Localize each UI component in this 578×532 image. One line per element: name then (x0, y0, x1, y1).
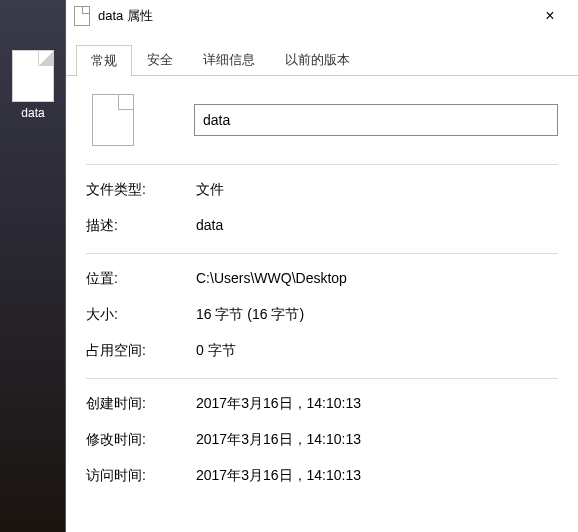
label-created: 创建时间: (86, 395, 196, 413)
label-accessed: 访问时间: (86, 467, 196, 485)
label-description: 描述: (86, 217, 196, 235)
value-size: 16 字节 (16 字节) (196, 306, 558, 324)
file-icon (74, 6, 90, 26)
label-modified: 修改时间: (86, 431, 196, 449)
tab-details[interactable]: 详细信息 (188, 44, 270, 75)
label-file-type: 文件类型: (86, 181, 196, 199)
value-size-on-disk: 0 字节 (196, 342, 558, 360)
tab-general[interactable]: 常规 (76, 45, 132, 76)
tab-previous-versions[interactable]: 以前的版本 (270, 44, 365, 75)
close-button[interactable]: × (530, 2, 570, 30)
filename-input[interactable] (194, 104, 558, 136)
properties-dialog: data 属性 × 常规 安全 详细信息 以前的版本 文件类型: 文件 描述: … (65, 0, 578, 532)
window-title: data 属性 (98, 7, 530, 25)
desktop-background: data (0, 0, 65, 532)
titlebar[interactable]: data 属性 × (66, 0, 578, 32)
file-icon (92, 94, 134, 146)
divider (86, 378, 558, 379)
value-modified: 2017年3月16日，14:10:13 (196, 431, 558, 449)
desktop-file-label: data (8, 106, 58, 120)
label-location: 位置: (86, 270, 196, 288)
value-accessed: 2017年3月16日，14:10:13 (196, 467, 558, 485)
value-location: C:\Users\WWQ\Desktop (196, 270, 558, 288)
value-created: 2017年3月16日，14:10:13 (196, 395, 558, 413)
desktop-file-icon[interactable]: data (8, 50, 58, 120)
label-size: 大小: (86, 306, 196, 324)
divider (86, 164, 558, 165)
label-size-on-disk: 占用空间: (86, 342, 196, 360)
tab-content-general: 文件类型: 文件 描述: data 位置: C:\Users\WWQ\Deskt… (66, 76, 578, 532)
value-file-type: 文件 (196, 181, 558, 199)
file-icon (12, 50, 54, 102)
tab-bar: 常规 安全 详细信息 以前的版本 (66, 44, 578, 76)
divider (86, 253, 558, 254)
tab-security[interactable]: 安全 (132, 44, 188, 75)
value-description: data (196, 217, 558, 235)
